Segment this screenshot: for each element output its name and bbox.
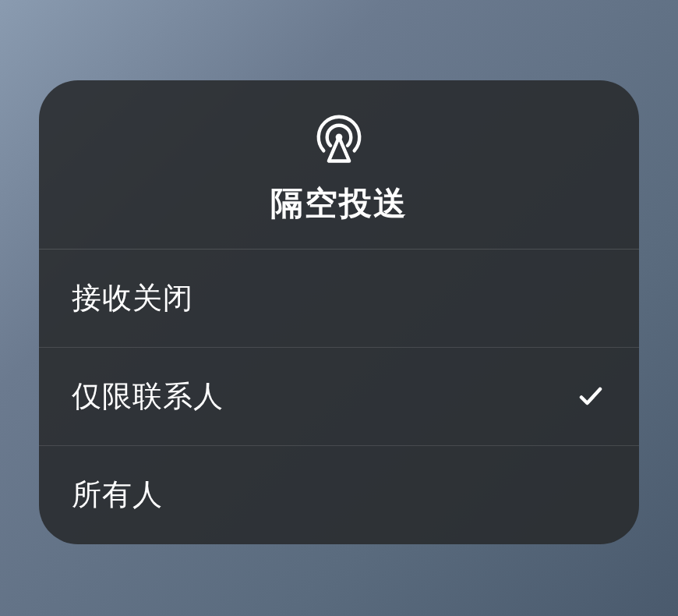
option-contacts-only[interactable]: 仅限联系人 [39, 348, 639, 446]
option-everyone[interactable]: 所有人 [39, 446, 639, 544]
option-label: 接收关闭 [72, 278, 193, 318]
airdrop-panel: 隔空投送 接收关闭 仅限联系人 所有人 [39, 80, 639, 544]
checkmark-icon [575, 381, 606, 412]
airdrop-icon [312, 112, 366, 166]
option-label: 所有人 [72, 475, 163, 515]
option-receiving-off[interactable]: 接收关闭 [39, 250, 639, 348]
panel-title: 隔空投送 [270, 182, 408, 225]
panel-header: 隔空投送 [39, 80, 639, 250]
option-label: 仅限联系人 [72, 377, 224, 416]
